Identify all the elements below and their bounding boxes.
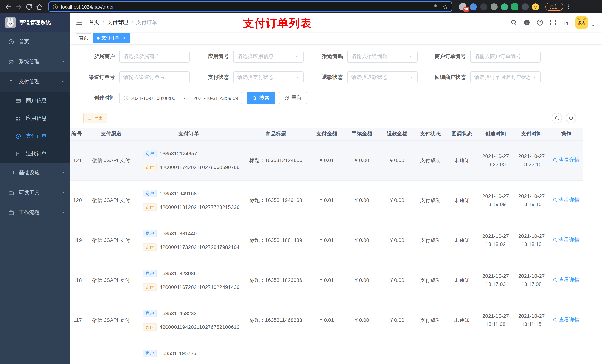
globe-icon[interactable]: [480, 3, 487, 10]
yen-icon: [8, 79, 14, 85]
filter-notify-status-select[interactable]: 请选择订单回调商户状态: [470, 71, 540, 83]
filter-field-app-no: 应用编号请选择应用信息: [193, 51, 304, 62]
menu-label: 基础设施: [19, 169, 40, 176]
back-icon[interactable]: [4, 3, 12, 10]
breadcrumb-item[interactable]: 支付管理: [107, 19, 128, 26]
filter-app-no-select[interactable]: 请选择应用信息: [233, 51, 304, 62]
refund-amount: [379, 340, 415, 364]
top-navbar: 首页/支付管理/支付订单: [70, 13, 602, 32]
browser-update-button[interactable]: 更新: [545, 3, 563, 11]
column-channel: 支付渠道: [87, 128, 135, 140]
sidebar-item-dev-tools[interactable]: 研发工具: [0, 183, 70, 203]
export-button[interactable]: 导出: [83, 113, 107, 123]
pay-time: 2021-10-2713:18:10: [514, 220, 549, 260]
filter-channel-code-select[interactable]: 请输入渠道编码: [347, 51, 418, 62]
merchant-order-no: 1635311195736: [160, 349, 196, 357]
pay-time: 2021-10-2713:19:15: [514, 180, 549, 220]
notify-status: 未通知: [446, 300, 478, 340]
reset-button[interactable]: 重置: [279, 92, 307, 104]
hamburger-icon[interactable]: [76, 19, 83, 26]
view-tab-home[interactable]: 首页: [76, 33, 91, 43]
sidebar-item-home[interactable]: 首页: [0, 32, 70, 52]
menu-label: 研发工具: [19, 189, 40, 196]
filter-form: 所属商户请选择所属商户应用编号请选择应用信息渠道编码请输入渠道编码商户订单编号请…: [78, 51, 595, 104]
vue-devtools-icon[interactable]: [501, 3, 508, 10]
filter-row-2: 渠道订单号请输入渠道订单号支付状态请选择支付状态退款状态请选择退款状态回调商户状…: [78, 71, 595, 83]
fee-amount: ¥ 0.00: [344, 300, 379, 340]
home-icon[interactable]: [35, 3, 43, 10]
date-end-value: 2021-10-31 23:59:59: [194, 95, 238, 101]
search-icon: [252, 96, 257, 100]
view-tab-pay-order[interactable]: 支付订单×: [93, 33, 129, 43]
sidebar-item-merchant-info[interactable]: 商户信息: [0, 92, 70, 110]
chevron-down-icon: [61, 60, 65, 64]
refund-amount: ¥ 0.00: [379, 140, 415, 180]
filter-create-time-range[interactable]: 2021-10-01 00:00:00 - 2021-10-31 23:59:5…: [119, 92, 242, 104]
pay-amount: [309, 340, 344, 364]
column-search-toggle-button[interactable]: [552, 113, 562, 123]
emoji-icon[interactable]: [532, 3, 539, 10]
placeholder-text: 请选择应用信息: [237, 53, 293, 60]
header-search-icon[interactable]: [511, 19, 517, 26]
notify-status: 未通知: [446, 180, 478, 220]
fullscreen-icon[interactable]: [549, 19, 556, 26]
wechat-icon[interactable]: [511, 3, 518, 10]
placeholder-text: 请选择订单回调商户状态: [474, 74, 530, 81]
filter-refund-status-select[interactable]: 请选择退款状态: [347, 71, 418, 83]
breadcrumb-item[interactable]: 首页: [89, 19, 99, 26]
pay-status: 支付成功: [415, 260, 446, 300]
sidebar-item-app-info[interactable]: 应用信息: [0, 110, 70, 127]
menu-label: 应用信息: [26, 115, 47, 122]
view-detail-link[interactable]: 查看详情: [553, 316, 580, 324]
filter-merchant-input[interactable]: 请选择所属商户: [119, 51, 190, 62]
pin-icon[interactable]: [522, 3, 529, 10]
pay-channel: 微信 JSAPI 支付: [87, 140, 135, 180]
pay-time: [514, 340, 549, 364]
browser-menu-icon[interactable]: [566, 3, 572, 10]
help-icon[interactable]: [537, 19, 543, 26]
tabs-bar: 首页支付订单×: [70, 32, 602, 44]
merchant-tag: 商户: [142, 150, 157, 157]
sidebar-item-refund-order[interactable]: 退款订单: [0, 145, 70, 163]
site-info-icon[interactable]: [53, 4, 58, 10]
extension-icon[interactable]: 10: [460, 3, 466, 10]
notify-status: 未通知: [446, 140, 478, 180]
bookmark-star-icon[interactable]: [442, 4, 448, 10]
drop-icon[interactable]: [470, 3, 477, 10]
user-menu-caret-icon[interactable]: [591, 23, 595, 28]
sidebar-item-infrastructure[interactable]: 基础设施: [0, 163, 70, 183]
view-detail-link[interactable]: 查看详情: [553, 196, 580, 204]
record-icon: [16, 133, 21, 139]
fee-amount: ¥ 0.00: [344, 260, 379, 300]
reload-icon[interactable]: [25, 3, 33, 10]
export-button-label: 导出: [94, 115, 103, 121]
view-detail-link[interactable]: 查看详情: [553, 236, 580, 244]
sidebar-item-pay-order[interactable]: 支付订单: [0, 127, 70, 145]
pay-channel: 微信 JSAPI 支付: [87, 180, 135, 220]
view-detail-link[interactable]: 查看详情: [553, 156, 580, 164]
pay-time: 2021-10-2713:11:15: [514, 300, 549, 340]
sidebar-item-system[interactable]: 系统管理: [0, 52, 70, 72]
breadcrumb-separator: /: [103, 20, 104, 26]
table-refresh-button[interactable]: [566, 113, 576, 123]
search-button[interactable]: 搜索: [247, 92, 275, 104]
close-tab-icon[interactable]: ×: [121, 35, 126, 41]
sphere-icon[interactable]: [491, 3, 498, 10]
forward-icon[interactable]: [15, 3, 22, 10]
filter-merchant-order-no-input[interactable]: 请输入商户订单编号: [470, 51, 540, 62]
sidebar-item-workflow[interactable]: 工作流程: [0, 203, 70, 223]
pay-tag: 支付: [142, 203, 157, 211]
url-bar[interactable]: localhost:1024/pay/order: [48, 1, 452, 12]
filter-channel-order-no-input[interactable]: 请输入渠道订单号: [119, 71, 190, 83]
filter-pay-status-select[interactable]: 请选择支付状态: [233, 71, 304, 83]
app-logo[interactable]: 芋道管理系统: [0, 13, 70, 32]
order-id: 121: [70, 140, 87, 180]
sidebar-item-payment[interactable]: 支付管理: [0, 72, 70, 92]
user-avatar[interactable]: [575, 16, 588, 29]
create-time: 2021-10-2713:17:03: [478, 260, 514, 300]
filter-label-merchant-order-no: 商户订单编号: [421, 53, 470, 60]
share-icon[interactable]: [433, 4, 438, 10]
view-detail-link[interactable]: 查看详情: [553, 276, 580, 284]
github-icon[interactable]: [524, 19, 530, 26]
font-size-icon[interactable]: [562, 19, 569, 26]
